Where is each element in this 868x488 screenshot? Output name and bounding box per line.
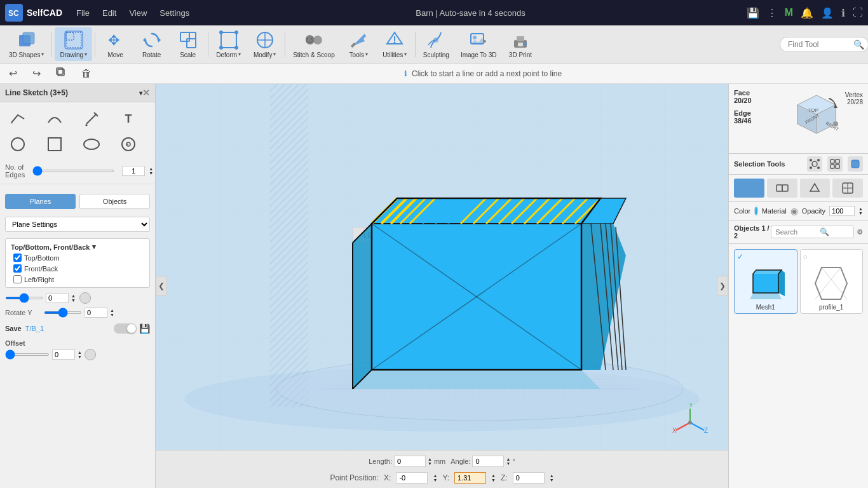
share-icon[interactable]: ⋮ — [767, 7, 777, 19]
tool-drawing[interactable]: Drawing ▾ — [55, 27, 92, 61]
sketch-tool-ellipse[interactable] — [79, 133, 104, 156]
m-icon[interactable]: M — [785, 7, 793, 18]
plane-settings-select[interactable]: Plane Settings — [5, 217, 150, 232]
offset-slider[interactable] — [5, 353, 50, 356]
rotate-x-circle[interactable] — [79, 292, 91, 304]
rotate-y-input[interactable] — [85, 308, 107, 318]
checkbox-front-back-input[interactable] — [13, 264, 22, 273]
menu-view[interactable]: View — [124, 6, 152, 20]
rotate-x-slider[interactable] — [5, 297, 43, 299]
x-down[interactable]: ▼ — [433, 478, 437, 482]
angle-up[interactable]: ▲ — [506, 457, 510, 461]
collapse-right-button[interactable]: ❯ — [717, 276, 728, 296]
rotate-x-up[interactable]: ▲ — [71, 294, 76, 298]
tool-3d-shapes[interactable]: 3D Shapes ▾ — [4, 27, 49, 61]
z-down[interactable]: ▼ — [550, 478, 554, 482]
offset-up[interactable]: ▲ — [78, 350, 82, 355]
menu-settings[interactable]: Settings — [154, 6, 194, 20]
menu-file[interactable]: File — [71, 6, 95, 20]
checkbox-left-right-input[interactable] — [13, 275, 22, 283]
tool-tools[interactable]: Tools ▾ — [341, 27, 376, 61]
viewport-cube[interactable]: TOP RIGHT FRONT — [788, 89, 845, 148]
sketch-tool-circle[interactable] — [5, 133, 31, 156]
menu-edit[interactable]: Edit — [97, 6, 121, 20]
rotate-x-down[interactable]: ▼ — [71, 298, 76, 302]
tool-stitch-scoop[interactable]: ⚇ Stitch & Scoop — [288, 27, 340, 61]
opacity-up[interactable]: ▲ — [858, 207, 863, 211]
edges-spin-down[interactable]: ▼ — [149, 171, 153, 175]
tool-deform[interactable]: Deform ▾ — [211, 27, 246, 61]
save-toggle[interactable] — [114, 323, 137, 334]
plane-dropdown-header[interactable]: Top/Bottom, Front/Back ▾ — [8, 241, 147, 252]
y-down[interactable]: ▼ — [491, 478, 496, 482]
offset-circle[interactable] — [85, 349, 96, 360]
z-input[interactable]: 0 — [513, 472, 545, 484]
tool-sculpting[interactable]: Sculpting — [418, 27, 454, 61]
fullscreen-icon[interactable]: ⛶ — [853, 7, 863, 18]
angle-input[interactable]: 0 — [472, 456, 504, 467]
sketch-tool-curve[interactable] — [42, 107, 67, 130]
object-card-mesh1[interactable]: ✓ Mesh1 — [734, 249, 797, 314]
edges-input[interactable]: 1 — [122, 166, 145, 176]
tool-rotate[interactable]: Rotate — [134, 27, 169, 61]
checkbox-top-bottom[interactable]: Top/Bottom — [8, 252, 147, 263]
checkbox-left-right[interactable]: Left/Right — [8, 274, 147, 285]
checkbox-top-bottom-input[interactable] — [13, 254, 22, 262]
object-card-profile1[interactable]: ○ profile_1 — [800, 249, 864, 314]
length-up[interactable]: ▲ — [428, 457, 432, 461]
delete-button[interactable]: 🗑 — [78, 67, 95, 81]
bell-icon[interactable]: 🔔 — [801, 7, 813, 19]
redo-button[interactable]: ↪ — [29, 66, 44, 81]
objects-settings-icon[interactable]: ⚙ — [857, 228, 863, 236]
sketch-tool-spiral[interactable] — [116, 133, 141, 156]
offset-down[interactable]: ▼ — [78, 355, 82, 359]
save-icon[interactable]: 💾 — [747, 7, 759, 19]
user-icon[interactable]: 👤 — [821, 7, 834, 19]
mode-wireframe[interactable] — [767, 179, 797, 198]
material-icon[interactable]: ◉ — [790, 206, 798, 216]
sketch-tool-line[interactable] — [5, 107, 31, 130]
panel-close-button[interactable]: ✕ — [142, 88, 150, 98]
viewport[interactable]: ❮ ❯ ⌂ ⬡ ▾ — [156, 84, 728, 488]
rotate-y-slider[interactable] — [44, 311, 82, 314]
opacity-input[interactable]: 100 — [829, 206, 855, 216]
rotate-y-up[interactable]: ▲ — [110, 308, 114, 313]
x-input[interactable]: -0 — [396, 472, 428, 484]
save-icon-btn[interactable]: 💾 — [139, 323, 150, 334]
y-up[interactable]: ▲ — [491, 473, 496, 478]
x-up[interactable]: ▲ — [433, 473, 437, 478]
opacity-down[interactable]: ▼ — [858, 211, 863, 215]
length-down[interactable]: ▼ — [428, 461, 432, 466]
y-input[interactable]: 1.31 — [454, 472, 486, 484]
edges-slider[interactable] — [32, 170, 114, 172]
sketch-tool-pencil[interactable] — [79, 107, 104, 130]
offset-input[interactable] — [52, 349, 75, 360]
edges-spin-up[interactable]: ▲ — [149, 166, 153, 171]
z-up[interactable]: ▲ — [550, 473, 554, 478]
tool-3d-print[interactable]: 3D Print — [503, 27, 538, 61]
tab-planes[interactable]: Planes — [5, 194, 76, 209]
tool-utilities[interactable]: Utilities ▾ — [377, 27, 412, 61]
sel-tool-edge[interactable] — [827, 156, 843, 172]
length-input[interactable]: 0 — [394, 456, 426, 467]
checkbox-front-back[interactable]: Front/Back — [8, 263, 147, 274]
mode-vertex[interactable] — [800, 179, 831, 198]
undo-button[interactable]: ↩ — [5, 66, 21, 81]
mode-point[interactable] — [832, 179, 863, 198]
angle-down[interactable]: ▼ — [506, 461, 510, 466]
rotate-x-input[interactable] — [46, 293, 69, 303]
copy-button[interactable] — [52, 66, 70, 81]
info-icon[interactable]: ℹ — [841, 7, 845, 19]
mode-solid[interactable] — [734, 179, 764, 198]
sel-tool-vertex[interactable] — [807, 156, 822, 172]
rotate-y-down[interactable]: ▼ — [110, 313, 114, 317]
sel-tool-face[interactable] — [848, 156, 863, 172]
tool-move[interactable]: ✥ Move — [98, 27, 133, 61]
sketch-tool-text[interactable]: T — [116, 107, 141, 130]
app-logo[interactable]: SC SelfCAD — [5, 4, 62, 22]
tool-modify[interactable]: Modify ▾ — [247, 27, 282, 61]
tab-objects[interactable]: Objects — [79, 194, 150, 209]
collapse-left-button[interactable]: ❮ — [156, 276, 167, 296]
sketch-tool-square[interactable] — [42, 133, 67, 156]
tool-scale[interactable]: Scale — [170, 27, 205, 61]
